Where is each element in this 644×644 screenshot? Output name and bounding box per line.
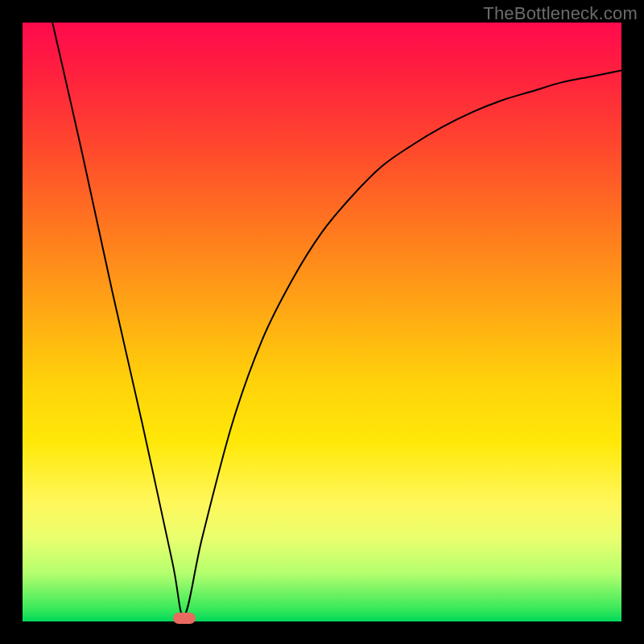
curve-svg — [23, 23, 621, 621]
chart-frame: TheBottleneck.com — [0, 0, 644, 644]
min-marker — [173, 613, 196, 624]
watermark-text: TheBottleneck.com — [483, 3, 638, 24]
bottleneck-curve — [52, 23, 621, 616]
plot-area — [23, 23, 621, 621]
